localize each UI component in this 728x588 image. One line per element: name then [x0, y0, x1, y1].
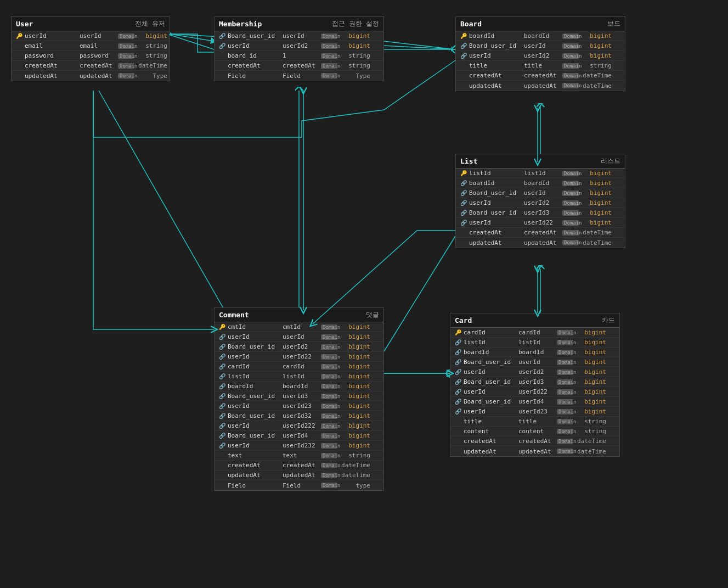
table-row: 🔗 boardId boardId Domain bigint [456, 178, 625, 188]
table-row: createdAt createdAt Domain dateTime [456, 71, 625, 81]
table-row: updatedAt updatedAt Domain dateTime [215, 471, 383, 480]
fk-icon: 🔗 [453, 359, 464, 365]
table-comment-label: 댓글 [366, 310, 379, 320]
table-row: text text Domain string [215, 451, 383, 461]
fk-icon: 🔗 [458, 220, 469, 226]
table-comment: Comment 댓글 🔑 cmtId cmtId Domain bigint 🔗… [214, 307, 384, 491]
table-row: 🔗 Board_user_id userId2 Domain bigint [215, 342, 383, 352]
svg-line-5 [99, 91, 228, 316]
fk-icon: 🔗 [458, 53, 469, 59]
table-row: 🔗 userId userId22 Domain bigint [215, 352, 383, 362]
table-row: 🔗 Board_user_id userId3 Domain bigint [215, 391, 383, 401]
fk-icon: 🔗 [458, 180, 469, 186]
table-board-label: 보드 [607, 19, 620, 29]
table-row: 🔗 userId userId2 Domain bigint [456, 51, 625, 61]
pk-icon: 🔑 [453, 329, 464, 335]
table-row: 🔗 Board_user_id userId Domain bigint [450, 357, 619, 367]
table-row: 🔗 listId listId Domain bigint [215, 372, 383, 382]
table-card-label: 카드 [602, 316, 615, 325]
table-membership-label: 접근 권한 설정 [332, 19, 379, 29]
fk-icon: 🔗 [458, 190, 469, 196]
table-row: 🔗 Board_user_id userId32 Domain bigint [215, 411, 383, 421]
fk-icon: 🔗 [217, 423, 228, 429]
table-row: 🔗 Board_user_id userId Domain bigint [456, 41, 625, 51]
fk-icon: 🔗 [217, 344, 228, 350]
table-card: Card 카드 🔑 cardId cardId Domain bigint 🔗 … [450, 313, 620, 457]
fk-icon: 🔗 [458, 210, 469, 216]
svg-line-0 [170, 34, 214, 41]
table-row: 🔗 userId userId Domain bigint [215, 332, 383, 342]
table-row: 🔗 userId userId23 Domain bigint [450, 407, 619, 417]
table-row: createdAt createdAt Domain dateTime [450, 436, 619, 446]
table-list-name: List [460, 157, 477, 165]
fk-icon: 🔗 [217, 403, 228, 409]
table-row: 🔑 listId listId Domain bigint [456, 169, 625, 178]
table-row: updatedAt updatedAt Domain dateTime [456, 238, 625, 248]
table-list-header: List 리스트 [456, 154, 625, 169]
table-row: createdAt createdAt Domain dateTime [12, 61, 170, 71]
fk-icon: 🔗 [217, 43, 228, 49]
table-list: List 리스트 🔑 listId listId Domain bigint 🔗… [455, 154, 625, 248]
fk-icon: 🔗 [217, 334, 228, 340]
fk-icon: 🔗 [217, 363, 228, 369]
erd-canvas: User 전체 유저 🔑 userId userId Domain bigint… [0, 0, 728, 588]
table-row: content content Domain string [450, 427, 619, 436]
pk-icon: 🔑 [458, 33, 469, 39]
table-row: 🔗 cardId cardId Domain bigint [215, 362, 383, 372]
table-row: 🔗 userId userId2 Domain bigint [215, 41, 383, 51]
table-membership: Membership 접근 권한 설정 🔗 Board_user_id user… [214, 16, 384, 81]
table-row: 🔗 userId userId2 Domain bigint [456, 198, 625, 208]
table-row: title title Domain string [456, 61, 625, 71]
fk-icon: 🔗 [217, 413, 228, 419]
fk-icon: 🔗 [453, 349, 464, 355]
fk-icon: 🔗 [453, 369, 464, 375]
pk-icon: 🔑 [14, 33, 25, 39]
fk-icon: 🔗 [217, 443, 228, 449]
table-user-label: 전체 유저 [135, 19, 165, 29]
table-list-label: 리스트 [601, 156, 620, 166]
table-row: createdAt createdAt Domain dateTime [456, 228, 625, 238]
table-row: Field Field Domain Type [215, 71, 383, 81]
table-row: 🔗 Board_user_id userId3 Domain bigint [456, 208, 625, 218]
svg-line-6 [384, 236, 455, 351]
fk-icon: 🔗 [217, 383, 228, 389]
table-row: 🔗 userId userId22 Domain bigint [450, 387, 619, 397]
table-row: 🔑 cmtId cmtId Domain bigint [215, 322, 383, 332]
table-row: updatedAt updatedAt Domain dateTime [456, 81, 625, 91]
table-row: 🔗 Board_user_id userId Domain bigint [215, 31, 383, 41]
table-row: 🔗 userId userId2 Domain bigint [450, 367, 619, 377]
table-row: 🔑 boardId boardId Domain bigint [456, 31, 625, 41]
fk-icon: 🔗 [453, 389, 464, 395]
table-row: 🔗 listId listId Domain bigint [450, 338, 619, 348]
fk-icon: 🔗 [453, 399, 464, 405]
table-row: email email Domain string [12, 41, 170, 51]
table-row: 🔗 Board_user_id userId Domain bigint [456, 188, 625, 198]
fk-icon: 🔗 [217, 433, 228, 439]
table-row: 🔗 userId userId23 Domain bigint [215, 401, 383, 411]
table-row: createdAt createdAt Domain string [215, 61, 383, 71]
table-row: 🔗 boardId boardId Domain bigint [215, 382, 383, 391]
table-row: updatedAt updatedAt Domain Type [12, 71, 170, 81]
table-row: 🔑 userId userId Domain bigint [12, 31, 170, 41]
fk-icon: 🔗 [217, 33, 228, 39]
table-membership-name: Membership [219, 20, 262, 28]
fk-icon: 🔗 [217, 354, 228, 360]
table-row: title title Domain string [450, 417, 619, 427]
fk-icon: 🔗 [458, 200, 469, 206]
fk-icon: 🔗 [217, 373, 228, 379]
table-row: password password Domain string [12, 51, 170, 61]
table-board-header: Board 보드 [456, 17, 625, 31]
fk-icon: 🔗 [453, 339, 464, 345]
fk-icon: 🔗 [453, 408, 464, 415]
table-row: 🔗 Board_user_id userId4 Domain bigint [215, 431, 383, 441]
table-row: updatedAt updatedAt Domain dateTime [450, 446, 619, 456]
table-comment-name: Comment [219, 311, 249, 319]
table-board-name: Board [460, 20, 482, 28]
table-row: createdAt createdAt Domain dateTime [215, 461, 383, 471]
table-card-name: Card [455, 316, 472, 324]
table-row: 🔗 userId userId22 Domain bigint [456, 218, 625, 228]
table-user-name: User [16, 20, 33, 28]
table-user-header: User 전체 유저 [12, 17, 170, 31]
table-card-header: Card 카드 [450, 313, 619, 328]
table-row: 🔑 cardId cardId Domain bigint [450, 328, 619, 338]
